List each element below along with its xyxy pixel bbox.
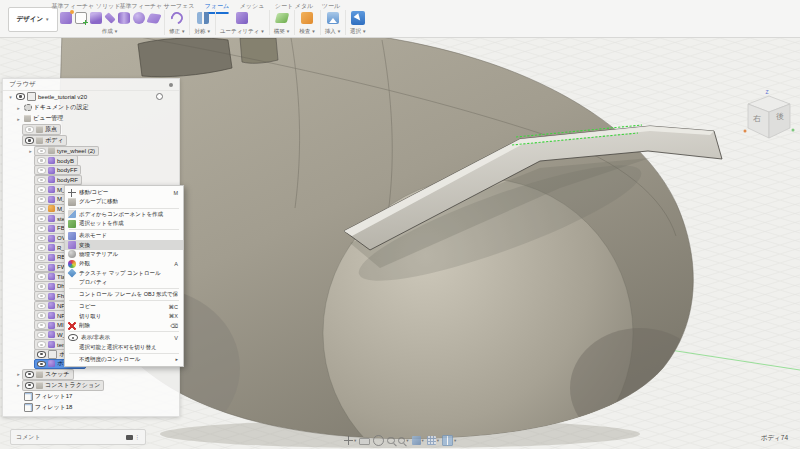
zoom-icon[interactable] — [398, 437, 406, 445]
visibility-eye-icon[interactable] — [37, 312, 46, 319]
pan-button[interactable]: ▾ — [344, 436, 356, 445]
visibility-eye-icon[interactable] — [25, 137, 34, 144]
display-settings-button[interactable]: ▾ — [412, 436, 424, 445]
look-at-button[interactable] — [359, 436, 370, 445]
menu-item[interactable]: 物理マテリアル — [65, 250, 183, 259]
panel-create-label[interactable]: 作成▼ — [102, 28, 118, 35]
visibility-eye-icon[interactable] — [37, 283, 46, 290]
visibility-eye-icon[interactable] — [37, 293, 46, 300]
visibility-eye-icon[interactable] — [37, 341, 46, 348]
visibility-eye-icon[interactable] — [37, 351, 46, 358]
visibility-eye-icon[interactable] — [37, 196, 46, 203]
menu-item[interactable]: テクスチャ マップ コントロール — [65, 268, 183, 277]
viewport-3d[interactable]: Z 右 後 ブラウザ ▾beetle_tutorial v20▸ドキュメントの設… — [0, 38, 800, 449]
visibility-eye-icon[interactable] — [37, 264, 46, 271]
comment-bar[interactable]: コメント ⋮ — [10, 429, 146, 445]
sphere-primitive-icon[interactable] — [133, 12, 145, 24]
create-sketch-icon[interactable] — [75, 12, 87, 24]
panel-insert-label[interactable]: 挿入▼ — [325, 28, 341, 35]
tree-row[interactable]: bodyFF — [3, 165, 179, 175]
visibility-eye-icon[interactable] — [37, 225, 46, 232]
viewport-settings-icon[interactable] — [442, 435, 453, 446]
visibility-eye-icon[interactable] — [37, 332, 46, 339]
chevron-down-icon[interactable]: ▾ — [454, 438, 456, 443]
visibility-eye-icon[interactable] — [25, 371, 34, 378]
visibility-eye-icon[interactable] — [37, 361, 46, 368]
chevron-down-icon[interactable]: ▾ — [437, 438, 439, 443]
menu-item[interactable]: 移動/コピーM — [65, 188, 183, 197]
display-settings-icon[interactable] — [412, 436, 421, 445]
viewport-settings-button[interactable]: ▾ — [442, 435, 456, 446]
tree-row[interactable]: フィレット17 — [3, 391, 179, 402]
grid-settings-button[interactable]: ▾ — [427, 436, 439, 445]
visibility-eye-icon[interactable] — [37, 167, 46, 174]
panel-utilities-label[interactable]: ユーティリティ▼ — [220, 28, 265, 35]
panel-select-label[interactable]: 選択▼ — [350, 28, 366, 35]
activate-radio-icon[interactable] — [156, 93, 163, 100]
tree-row[interactable]: ▸コンストラクション — [3, 380, 179, 391]
construct-icon[interactable] — [275, 13, 289, 23]
tree-row[interactable]: フィレット18 — [3, 402, 179, 413]
face-primitive-icon[interactable] — [146, 13, 161, 24]
menu-item[interactable]: 外観A — [65, 259, 183, 268]
menu-item[interactable]: 切り取り⌘X — [65, 312, 183, 321]
orbit-icon[interactable] — [373, 435, 384, 446]
visibility-eye-icon[interactable] — [37, 273, 46, 280]
menu-item[interactable]: グループに移動 — [65, 197, 183, 206]
marking-menu-icon[interactable] — [126, 435, 133, 440]
menu-item[interactable]: 不透明度のコントロール▸ — [65, 355, 183, 364]
menu-item[interactable]: 表示/非表示V — [65, 333, 183, 342]
visibility-eye-icon[interactable] — [37, 157, 46, 164]
menu-item[interactable]: 表示モード — [65, 231, 183, 240]
tree-row[interactable]: ▾beetle_tutorial v20 — [3, 91, 179, 102]
visibility-eye-icon[interactable] — [25, 126, 34, 133]
chevron-down-icon[interactable]: ▾ — [406, 438, 408, 443]
visibility-eye-icon[interactable] — [25, 382, 34, 389]
expander-closed-icon[interactable]: ▸ — [27, 148, 34, 154]
visibility-eye-icon[interactable] — [37, 244, 46, 251]
look-at-icon[interactable] — [359, 438, 370, 445]
insert-icon[interactable] — [327, 12, 339, 24]
visibility-eye-icon[interactable] — [16, 93, 25, 100]
utility-icon[interactable] — [236, 12, 248, 24]
box-primitive-icon[interactable] — [90, 12, 102, 24]
chevron-down-icon[interactable]: ▾ — [422, 438, 424, 443]
visibility-eye-icon[interactable] — [37, 254, 46, 261]
visibility-eye-icon[interactable] — [37, 303, 46, 310]
chevron-down-icon[interactable]: ▾ — [354, 438, 356, 443]
visibility-eye-icon[interactable] — [37, 206, 46, 213]
cylinder-primitive-icon[interactable] — [118, 12, 130, 24]
menu-item[interactable]: 選択可能と選択不可を切り替え — [65, 342, 183, 351]
visibility-eye-icon[interactable] — [37, 215, 46, 222]
orbit-button[interactable] — [373, 435, 384, 446]
panel-symmetry-label[interactable]: 対称▼ — [194, 28, 210, 35]
zoom-window-button[interactable] — [387, 437, 395, 445]
panel-modify-label[interactable]: 修正▼ — [169, 28, 185, 35]
menu-item[interactable]: 変換 — [65, 240, 183, 249]
expander-closed-icon[interactable]: ▸ — [15, 382, 22, 388]
panel-options-icon[interactable] — [169, 83, 173, 87]
visibility-eye-icon[interactable] — [37, 148, 46, 155]
tree-row[interactable]: ▸スケッチ — [3, 369, 179, 380]
plane-primitive-icon[interactable] — [104, 12, 115, 23]
zoom-window-icon[interactable] — [387, 437, 395, 445]
create-form-icon[interactable] — [60, 12, 72, 24]
mirror-icon[interactable] — [197, 12, 209, 24]
expander-closed-icon[interactable]: ▸ — [15, 116, 22, 122]
panel-construct-label[interactable]: 構築▼ — [274, 28, 290, 35]
visibility-eye-icon[interactable] — [37, 186, 46, 193]
tree-row[interactable]: bodyRF — [3, 175, 179, 185]
menu-item[interactable]: コントロール フレームを OBJ 形式で保存 — [65, 290, 183, 299]
expander-closed-icon[interactable]: ▸ — [15, 105, 22, 111]
tree-row[interactable]: bodyB — [3, 156, 179, 166]
menu-item[interactable]: 削除⌫ — [65, 321, 183, 330]
menu-item[interactable]: 選択セットを作成 — [65, 219, 183, 228]
visibility-eye-icon[interactable] — [37, 177, 46, 184]
expander-closed-icon[interactable]: ▸ — [15, 371, 22, 377]
panel-inspect-label[interactable]: 検査▼ — [299, 28, 315, 35]
zoom-button[interactable]: ▾ — [398, 437, 409, 445]
expander-open-icon[interactable]: ▾ — [7, 94, 14, 100]
select-icon[interactable] — [351, 11, 365, 25]
tree-row[interactable]: ▸ビュー管理 — [3, 113, 179, 124]
inspect-icon[interactable] — [301, 12, 313, 24]
